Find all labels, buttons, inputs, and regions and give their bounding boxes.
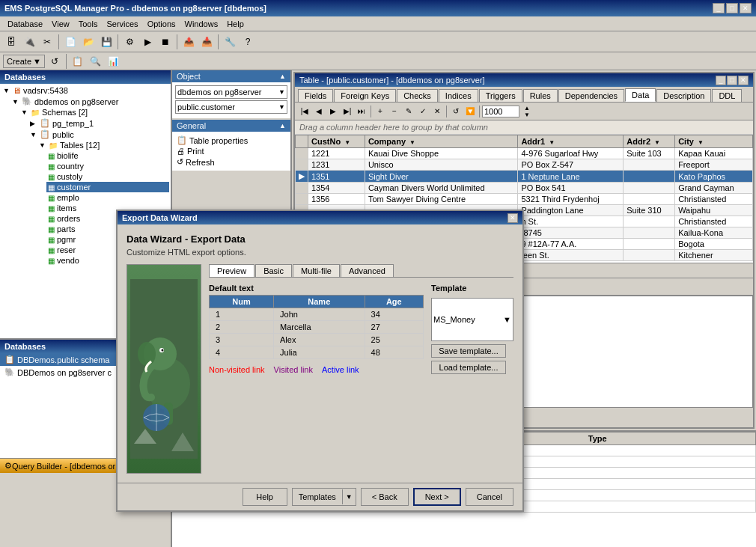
toolbar-import-icon[interactable]: 📥 [198, 34, 215, 50]
tree-item-dbdemos[interactable]: ▼ 🐘 dbdemos on pg8server [10, 96, 169, 107]
edit-row-btn[interactable]: ✎ [402, 105, 415, 118]
refresh-item[interactable]: ↺ Refresh [175, 156, 287, 168]
tree-item-customer[interactable]: ▦ customer [46, 182, 169, 192]
active-link[interactable]: Active link [322, 365, 359, 374]
general-section-header[interactable]: General ▲ [172, 120, 290, 132]
toolbar-sql-icon[interactable]: ⚙ [121, 34, 138, 50]
table-minimize-btn[interactable]: _ [716, 76, 726, 85]
table-row[interactable]: 1221 Kauai Dive Shoppe 4-976 Sugarloaf H… [296, 148, 753, 159]
tree-item-biolife[interactable]: ▦ biolife [46, 150, 169, 161]
col-custno[interactable]: CustNo ▼ [308, 135, 365, 148]
delete-row-btn[interactable]: − [388, 105, 401, 118]
next-button[interactable]: Next > [413, 488, 461, 506]
wizard-tab-advanced[interactable]: Advanced [341, 264, 394, 277]
table-close-btn[interactable]: ✕ [738, 76, 749, 85]
toolbar-help-icon[interactable]: ? [240, 34, 256, 50]
nav-prev-btn[interactable]: ◀ [312, 105, 326, 118]
table-maximize-btn[interactable]: □ [727, 76, 737, 85]
non-visited-link[interactable]: Non-visited link [209, 365, 265, 374]
nav-next-btn[interactable]: ▶| [341, 105, 354, 118]
toolbar-run-icon[interactable]: ▶ [139, 34, 156, 50]
templates-main-btn[interactable]: Templates [293, 489, 343, 504]
col-addr2[interactable]: Addr2 ▼ [624, 135, 675, 148]
tb2-icon1[interactable]: 📋 [70, 53, 86, 70]
nav-play-btn[interactable]: ▶ [326, 105, 340, 118]
table-row[interactable]: ▶ 1351 Sight Diver 1 Neptune Lane Kato P… [296, 171, 753, 183]
menu-windows[interactable]: Windows [180, 18, 223, 30]
create-button[interactable]: Create ▼ [3, 55, 45, 68]
cancel-edit-btn[interactable]: ✕ [430, 105, 444, 118]
menu-help[interactable]: Help [222, 18, 249, 30]
table-row[interactable]: 1231 Unisco PO Box Z-547 Freeport [296, 159, 753, 171]
tree-item-public[interactable]: ▼ 📋 public [28, 129, 169, 140]
limit-up-btn[interactable]: ▲▼ [520, 105, 534, 118]
toolbar-disconnect-icon[interactable]: ✂ [39, 34, 55, 50]
toolbar-connect-icon[interactable]: 🔌 [21, 34, 37, 50]
tb2-icon2[interactable]: 🔍 [88, 53, 104, 70]
tree-item-pgtemp[interactable]: ▶ 📋 pg_temp_1 [28, 117, 169, 129]
tree-item-schemas[interactable]: ▼ 📁 Schemas [2] [19, 107, 169, 117]
tree-item-emplo[interactable]: ▦ emplo [46, 192, 169, 203]
add-row-btn[interactable]: + [374, 105, 387, 118]
menu-database[interactable]: Database [3, 18, 47, 30]
tab-foreign-keys[interactable]: Foreign Keys [334, 89, 396, 102]
table-row[interactable]: 1354 Cayman Divers World Unlimited PO Bo… [296, 183, 753, 194]
toolbar-settings-icon[interactable]: 🔧 [222, 34, 238, 50]
save-template-button[interactable]: Save template... [431, 344, 506, 358]
modal-close-btn[interactable]: ✕ [507, 213, 518, 223]
back-button[interactable]: < Back [361, 488, 409, 506]
tab-dependencies[interactable]: Dependencies [558, 89, 624, 102]
refresh-data-btn[interactable]: ↺ [449, 105, 463, 118]
tab-rules[interactable]: Rules [523, 89, 558, 102]
table-properties-item[interactable]: 📋 Table properties [175, 135, 287, 146]
tree-item-custoly[interactable]: ▦ custoly [46, 171, 169, 182]
schema-combo-box[interactable]: public.customer ▼ [175, 100, 287, 114]
menu-options[interactable]: Options [143, 18, 180, 30]
tab-fields[interactable]: Fields [298, 89, 333, 102]
col-company[interactable]: Company ▼ [365, 135, 518, 148]
wizard-tab-multifile[interactable]: Multi-file [293, 264, 340, 277]
menu-view[interactable]: View [47, 18, 74, 30]
server-combo-box[interactable]: dbdemos on pg8server ▼ [175, 85, 287, 99]
load-template-button[interactable]: Load template... [431, 361, 506, 374]
tree-item-country[interactable]: ▦ country [46, 161, 169, 171]
limit-input[interactable] [482, 106, 519, 117]
wizard-tab-basic[interactable]: Basic [255, 264, 292, 277]
tree-item-server[interactable]: ▼ 🖥 vadsrv:5438 [1, 85, 169, 96]
templates-arrow-btn[interactable]: ▼ [343, 490, 356, 504]
filter-btn[interactable]: 🔽 [463, 105, 477, 118]
tab-description[interactable]: Description [656, 89, 711, 102]
object-section-header[interactable]: Object ▲ [172, 70, 290, 82]
help-button[interactable]: Help [243, 488, 287, 506]
nav-last-btn[interactable]: ⏭ [355, 105, 368, 118]
cancel-button[interactable]: Cancel [466, 488, 513, 506]
toolbar-stop-icon[interactable]: ⏹ [157, 34, 174, 50]
toolbar-save-icon[interactable]: 💾 [98, 34, 115, 50]
templates-dropdown[interactable]: Templates ▼ [292, 488, 356, 506]
wizard-tab-preview[interactable]: Preview [209, 264, 254, 277]
col-addr1[interactable]: Addr1 ▼ [518, 135, 624, 148]
tab-ddl[interactable]: DDL [712, 89, 742, 102]
maximize-button[interactable]: □ [726, 3, 738, 13]
tree-item-tables[interactable]: ▼ 📁 Tables [12] [37, 140, 169, 150]
close-button[interactable]: ✕ [740, 3, 752, 13]
toolbar-open-icon[interactable]: 📂 [80, 34, 97, 50]
tab-checks[interactable]: Checks [397, 89, 438, 102]
print-item[interactable]: 🖨 Print [175, 146, 287, 156]
menu-services[interactable]: Services [102, 18, 142, 30]
refresh-button[interactable]: ↺ [46, 53, 63, 70]
tab-data[interactable]: Data [625, 88, 656, 102]
toolbar-export-icon[interactable]: 📤 [180, 34, 197, 50]
tab-indices[interactable]: Indices [439, 89, 478, 102]
col-city[interactable]: City ▼ [675, 135, 753, 148]
tb2-icon3[interactable]: 📊 [106, 53, 122, 70]
toolbar-new-icon[interactable]: 📄 [62, 34, 79, 50]
tab-triggers[interactable]: Triggers [479, 89, 522, 102]
table-row[interactable]: 1356 Tom Sawyer Diving Centre 5321 Third… [296, 194, 753, 205]
minimize-button[interactable]: _ [713, 3, 725, 13]
visited-link[interactable]: Visited link [274, 365, 313, 374]
menu-tools[interactable]: Tools [74, 18, 103, 30]
template-combo[interactable]: MS_Money ▼ [431, 298, 513, 341]
post-btn[interactable]: ✓ [416, 105, 430, 118]
toolbar-db-icon[interactable]: 🗄 [3, 34, 19, 50]
